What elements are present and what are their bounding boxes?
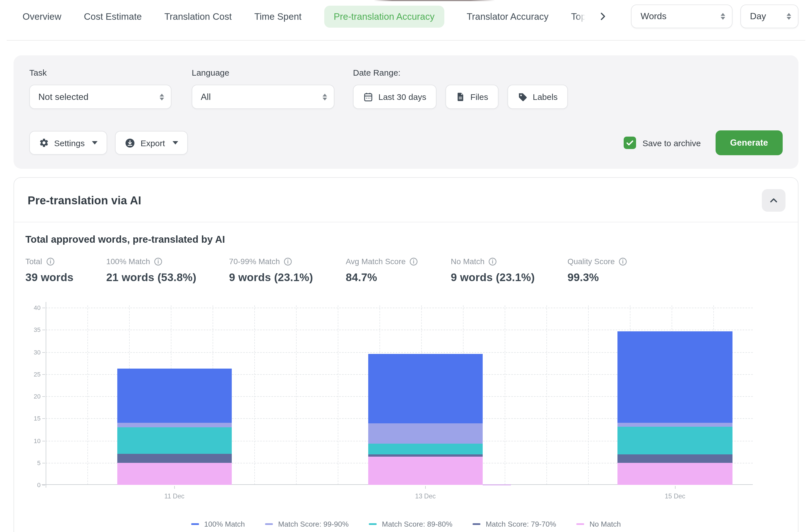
legend-item-match-score-89-80-[interactable]: Match Score: 89-80% — [369, 520, 452, 528]
export-button[interactable]: Export — [115, 131, 188, 155]
date-range-button[interactable]: Last 30 days — [353, 85, 436, 109]
y-axis-tick-label: 10 — [34, 437, 41, 444]
tab-translation-cost[interactable]: Translation Cost — [164, 11, 232, 22]
labels-button-label: Labels — [533, 92, 557, 102]
tag-icon — [517, 92, 527, 102]
legend-label: 100% Match — [204, 520, 245, 528]
tabs-scroll-right-button[interactable] — [598, 12, 608, 21]
stat-100-match: 100% Match 21 words (53.8%) — [106, 257, 197, 284]
gridline-vertical — [547, 305, 547, 485]
unit-select[interactable]: Words — [631, 4, 733, 28]
info-icon[interactable] — [46, 257, 54, 266]
bar-segment-13-dec-100-match[interactable] — [368, 354, 483, 423]
y-axis-tick-mark — [42, 485, 45, 486]
stat-70-99-match: 70-99% Match 9 words (23.1%) — [229, 257, 313, 284]
bar-segment-15-dec-match-score-89-80-[interactable] — [618, 427, 732, 454]
save-to-archive-checkbox[interactable] — [624, 137, 636, 149]
tab-translator-accuracy[interactable]: Translator Accuracy — [467, 11, 548, 22]
download-circle-icon — [125, 138, 135, 148]
stat-value: 21 words (53.8%) — [106, 271, 197, 284]
tab-pre-translation-accuracy[interactable]: Pre-translation Accuracy — [324, 5, 444, 27]
legend-dash-icon — [577, 523, 584, 525]
analytics-page: Overview Cost Estimate Translation Cost … — [0, 0, 812, 532]
chart-plot-area: 051015202530354011 Dec13 Dec15 Dec — [46, 305, 753, 485]
gridline-vertical — [254, 305, 255, 485]
caret-down-icon — [92, 141, 98, 144]
select-updown-icon — [322, 94, 327, 100]
select-updown-icon — [787, 13, 791, 20]
bar-segment-15-dec-100-match[interactable] — [618, 332, 732, 423]
baseline-no-match-stub — [483, 484, 511, 486]
bar-segment-15-dec-no-match[interactable] — [618, 463, 732, 485]
save-to-archive-label: Save to archive — [642, 138, 701, 148]
tab-top-truncated[interactable]: Top — [571, 11, 586, 22]
caret-down-icon — [172, 141, 178, 144]
bar-segment-11-dec-match-score-79-70-[interactable] — [117, 454, 231, 463]
bar-segment-11-dec-match-score-99-90-[interactable] — [117, 423, 231, 427]
unit-select-value: Words — [641, 11, 667, 22]
y-axis-tick-label: 30 — [34, 349, 41, 355]
y-axis-tick-label: 0 — [37, 481, 41, 488]
export-button-label: Export — [141, 138, 165, 148]
gridline-vertical — [296, 305, 296, 485]
info-icon[interactable] — [489, 257, 497, 266]
stat-value: 84.7% — [346, 271, 418, 284]
bar-segment-13-dec-match-score-99-90-[interactable] — [368, 423, 483, 444]
language-label: Language — [192, 68, 334, 77]
y-axis-tick-mark — [42, 352, 45, 352]
bar-segment-11-dec-match-score-89-80-[interactable] — [117, 427, 231, 454]
calendar-icon — [363, 92, 373, 102]
legend-item-match-score-99-90-[interactable]: Match Score: 99-90% — [265, 520, 349, 528]
bar-segment-13-dec-match-score-79-70-[interactable] — [368, 454, 483, 457]
nav-divider — [7, 40, 805, 41]
stat-label: Avg Match Score — [346, 257, 406, 266]
gridline-vertical — [588, 305, 589, 485]
stat-label: 100% Match — [106, 257, 150, 266]
tab-cost-estimate[interactable]: Cost Estimate — [84, 11, 142, 22]
bar-segment-13-dec-match-score-89-80-[interactable] — [368, 444, 483, 454]
collapse-card-button[interactable] — [762, 189, 785, 212]
info-icon[interactable] — [619, 257, 627, 266]
info-icon[interactable] — [154, 257, 162, 266]
period-select-value: Day — [750, 11, 766, 22]
legend-item-no-match[interactable]: No Match — [577, 520, 621, 528]
bar-segment-11-dec-100-match[interactable] — [117, 368, 231, 423]
filters-panel: Task Not selected Language All Date Rang… — [14, 55, 798, 169]
bar-segment-15-dec-match-score-99-90-[interactable] — [618, 423, 732, 427]
x-axis-category-label: 15 Dec — [665, 493, 685, 500]
gear-icon — [39, 138, 49, 148]
legend-item-100-match[interactable]: 100% Match — [191, 520, 245, 528]
tab-overview[interactable]: Overview — [23, 11, 61, 22]
y-axis-tick-mark — [42, 374, 45, 375]
language-select[interactable]: All — [192, 85, 334, 109]
y-axis-tick-mark — [42, 463, 45, 463]
gridline-vertical — [87, 305, 88, 485]
x-axis-category-label: 13 Dec — [415, 493, 436, 500]
stat-label: Total — [25, 257, 42, 266]
stat-value: 9 words (23.1%) — [229, 271, 313, 284]
generate-button[interactable]: Generate — [715, 130, 783, 155]
report-tabs: Overview Cost Estimate Translation Cost … — [23, 5, 621, 27]
task-select[interactable]: Not selected — [29, 85, 171, 109]
bar-segment-15-dec-match-score-79-70-[interactable] — [618, 454, 732, 463]
task-select-value: Not selected — [38, 92, 88, 102]
files-filter-button[interactable]: Files — [446, 85, 498, 109]
stat-total: Total 39 words — [25, 257, 74, 284]
period-select[interactable]: Day — [740, 4, 798, 28]
x-axis-category-label: 11 Dec — [164, 493, 184, 500]
language-select-value: All — [201, 92, 211, 102]
tab-time-spent[interactable]: Time Spent — [254, 11, 302, 22]
x-axis-tick-mark — [174, 486, 175, 489]
stat-label: Quality Score — [568, 257, 615, 266]
info-icon[interactable] — [284, 257, 292, 266]
bar-segment-13-dec-no-match[interactable] — [368, 457, 483, 485]
date-range-label: Date Range: — [353, 68, 568, 77]
stat-quality-score: Quality Score 99.3% — [568, 257, 627, 284]
labels-filter-button[interactable]: Labels — [507, 85, 568, 109]
stat-value: 9 words (23.1%) — [451, 271, 535, 284]
chevron-up-icon — [769, 196, 778, 205]
info-icon[interactable] — [410, 257, 418, 266]
legend-item-match-score-79-70-[interactable]: Match Score: 79-70% — [473, 520, 556, 528]
settings-button[interactable]: Settings — [29, 131, 107, 155]
bar-segment-11-dec-no-match[interactable] — [117, 463, 231, 485]
